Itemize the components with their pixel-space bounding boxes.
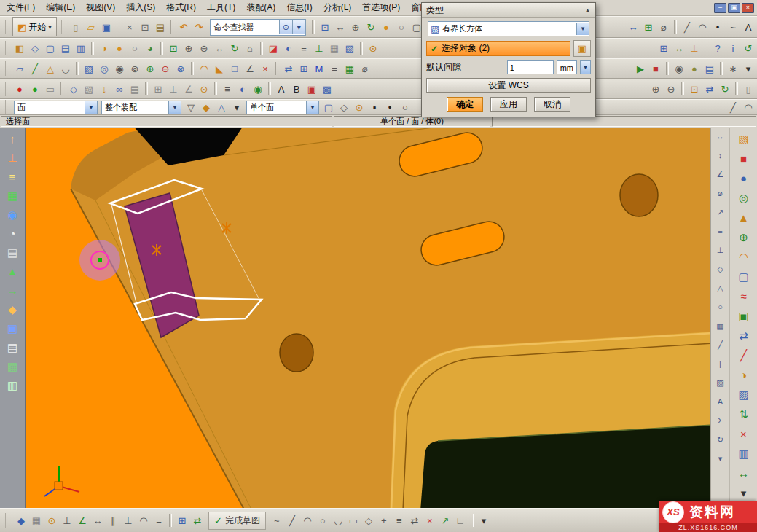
toolbar-handle[interactable]	[4, 100, 9, 114]
dropdown-arrow-icon[interactable]: ▼	[306, 101, 318, 114]
split-body-icon[interactable]: ╱	[735, 348, 753, 362]
boolean-icon[interactable]: ⊕	[735, 230, 753, 244]
hatch-tool-icon[interactable]: ▨	[714, 378, 726, 388]
render-icon[interactable]: ●	[687, 62, 702, 76]
collapse-icon[interactable]: ▲	[584, 7, 591, 14]
select-filter-icon[interactable]: ▽	[184, 101, 198, 114]
measure-distance-icon[interactable]: ⌀	[358, 62, 372, 76]
wireframe-mode-icon[interactable]: ○	[394, 20, 409, 34]
point-tool-icon[interactable]: •	[710, 20, 725, 34]
camera-icon[interactable]: ◉	[672, 62, 686, 76]
wireframe-icon[interactable]: ○	[128, 42, 142, 55]
table-icon[interactable]: ▦	[714, 321, 726, 332]
auto-dimension-icon[interactable]: ⊞	[175, 514, 189, 528]
record-macro-icon[interactable]: ●	[12, 82, 27, 96]
part-navigator-icon[interactable]: ≡	[4, 169, 21, 184]
note-tool-icon[interactable]: ≡	[714, 226, 726, 237]
zoom-out-icon[interactable]: ⊖	[197, 42, 211, 55]
cube-icon[interactable]: ⊡	[687, 82, 702, 96]
quick-extend-icon[interactable]: ↗	[438, 514, 452, 528]
command-finder[interactable]: 命令查找器 ⊙ ▾	[210, 19, 306, 36]
equation-icon[interactable]: =	[327, 62, 342, 76]
shell-icon[interactable]: □	[227, 62, 242, 76]
datum-axis-icon[interactable]: ╱	[28, 62, 42, 76]
balloon-icon[interactable]: ○	[714, 302, 726, 313]
info-icon[interactable]: i	[726, 42, 740, 55]
datum-plane-icon[interactable]: ▱	[12, 62, 27, 76]
endpoint-snap-icon[interactable]: ▪	[367, 101, 382, 114]
toolbar-handle[interactable]	[4, 41, 9, 55]
rectangle-icon[interactable]: ▭	[346, 514, 361, 528]
hole-icon[interactable]: ◉	[112, 62, 127, 76]
play-macro-icon[interactable]: ●	[28, 82, 42, 96]
perspective-icon[interactable]: ⌂	[243, 42, 257, 55]
intersect-icon[interactable]: ⊗	[173, 62, 188, 76]
pan-view-icon[interactable]: ↔	[212, 42, 227, 55]
journal-icon[interactable]: ▭	[43, 82, 58, 96]
front-view-icon[interactable]: ▢	[43, 42, 58, 55]
cut-icon[interactable]: ×	[122, 20, 137, 34]
dimension-icon[interactable]: ↔	[714, 131, 726, 142]
section-line-icon[interactable]: ╱	[714, 340, 726, 351]
delete-face-icon[interactable]: ×	[735, 426, 753, 441]
assembly-icon[interactable]: ⊞	[656, 42, 671, 55]
show-hide-icon[interactable]: ◐	[281, 42, 296, 55]
block-icon[interactable]: ■	[735, 151, 753, 165]
blend-tool-icon[interactable]: ◠	[735, 249, 753, 264]
system-materials-icon[interactable]: ▤	[4, 245, 21, 259]
save-icon[interactable]: ▣	[99, 20, 114, 34]
wizard-icon[interactable]: →	[4, 283, 21, 297]
dropdown-arrow-icon[interactable]: ▼	[576, 23, 589, 35]
line-tool-icon[interactable]: ╱	[680, 20, 694, 34]
symbol-icon[interactable]: ◇	[714, 264, 726, 275]
refresh-icon[interactable]: ↺	[741, 42, 756, 55]
wrap-icon[interactable]: ◑	[735, 367, 753, 382]
directions-icon[interactable]: ↑	[4, 131, 21, 146]
patch-icon[interactable]: ▨	[735, 387, 753, 402]
filter-more-icon[interactable]: ▾	[230, 101, 244, 114]
finder-caret-icon[interactable]: ▾	[292, 20, 305, 34]
shaded-icon[interactable]: ●	[112, 42, 127, 55]
spline-tool-icon[interactable]: ~	[726, 20, 740, 34]
spreadsheet-icon[interactable]: ▦	[342, 62, 357, 76]
default-gap-input[interactable]	[507, 60, 554, 74]
curve-tool-icon[interactable]: ◡	[58, 62, 73, 76]
update-icon[interactable]: ↻	[718, 82, 732, 96]
sketch-point-icon[interactable]: ◆	[14, 514, 28, 528]
offset-face-icon[interactable]: ⇄	[735, 328, 753, 343]
set-wcs-button[interactable]: 设置 WCS	[426, 78, 591, 93]
centerline-icon[interactable]: |	[714, 359, 726, 369]
perpendicular-icon[interactable]: ⊥	[121, 514, 136, 528]
constrain-icon[interactable]: ∠	[75, 514, 90, 528]
palette-rail-icon[interactable]: ▩	[4, 359, 21, 373]
layer-settings-icon[interactable]: ≡	[220, 82, 235, 96]
open-icon[interactable]: ▱	[84, 20, 98, 34]
measure-icon[interactable]: ⌀	[656, 20, 671, 34]
angle-snap-icon[interactable]: ∠	[181, 82, 196, 96]
weld-symbol-icon[interactable]: △	[714, 283, 726, 294]
iso-view-icon[interactable]: ◇	[28, 42, 42, 55]
dimension-tool-icon[interactable]: ↔	[90, 514, 105, 528]
sketch-line-icon[interactable]: ╱	[285, 514, 299, 528]
fit-view-icon[interactable]: ⊡	[318, 20, 332, 34]
roles-icon[interactable]: ◆	[4, 302, 21, 316]
point-snap-icon[interactable]: ⊙	[197, 82, 211, 96]
shrink-icon[interactable]: ⊖	[664, 82, 678, 96]
view-orient-icon[interactable]: ◇	[66, 82, 81, 96]
restore-button[interactable]: ▣	[728, 3, 740, 13]
bold-icon[interactable]: B	[289, 82, 304, 96]
equal-icon[interactable]: =	[152, 514, 166, 528]
new-file-icon[interactable]: ▯	[68, 20, 83, 34]
dialog-group-header[interactable]: 类型 ▲	[422, 3, 595, 18]
note-icon[interactable]: ▤	[128, 82, 142, 96]
polygon-icon[interactable]: ◇	[361, 514, 376, 528]
zoom-select-icon[interactable]: ⊕	[648, 82, 663, 96]
stop-icon[interactable]: ■	[648, 62, 663, 76]
fit-all-icon[interactable]: ⊡	[166, 42, 181, 55]
sew-icon[interactable]: ≈	[735, 289, 753, 303]
toolbar-handle[interactable]	[60, 20, 66, 34]
selection-mode-dropdown[interactable]: 单个面 ▼	[246, 101, 319, 114]
bookmark-icon[interactable]: ▤	[4, 340, 21, 354]
menu-item-1[interactable]: 文件(F)	[1, 0, 40, 15]
sketch-icon[interactable]: △	[43, 62, 58, 76]
